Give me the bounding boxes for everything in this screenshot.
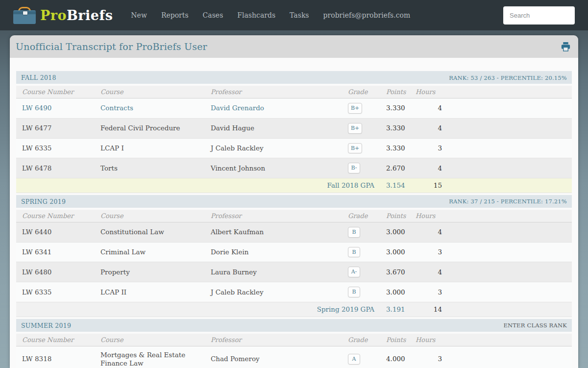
header-points: Points xyxy=(380,210,410,222)
grades-table: Course Number Course Professor Grade Poi… xyxy=(16,86,572,193)
course-row[interactable]: LW 6490 Contracts David Grenardo B+ 3.33… xyxy=(16,98,572,119)
gpa-hours: 15 xyxy=(410,178,448,193)
header-hours: Hours xyxy=(410,210,448,222)
course-link[interactable]: LCAP I xyxy=(95,138,205,158)
professor-link[interactable]: Chad Pomeroy xyxy=(205,346,342,368)
professor-link[interactable]: David Hague xyxy=(205,118,342,138)
professor-link[interactable]: Albert Kaufman xyxy=(205,222,342,242)
points-cell: 2.670 xyxy=(380,158,410,178)
grade-badge: B- xyxy=(348,163,360,173)
course-number-cell[interactable]: LW 6440 xyxy=(16,222,95,242)
term-label: FALL 2018 xyxy=(21,74,56,81)
course-row[interactable]: LW 6478 Torts Vincent Johnson B- 2.670 4 xyxy=(16,158,572,178)
course-row[interactable]: LW 6440 Constitutional Law Albert Kaufma… xyxy=(16,222,572,242)
points-cell: 3.330 xyxy=(380,98,410,119)
grade-badge: B xyxy=(348,287,360,297)
header-course: Course xyxy=(95,86,205,98)
grade-cell: B xyxy=(342,282,380,302)
hours-cell: 4 xyxy=(410,98,448,119)
grades-table: Course Number Course Professor Grade Poi… xyxy=(16,210,572,317)
grade-badge: B+ xyxy=(348,143,362,154)
grade-badge: B+ xyxy=(348,103,362,114)
course-number-cell[interactable]: LW 8318 xyxy=(16,346,95,368)
professor-link[interactable]: Dorie Klein xyxy=(205,242,342,262)
print-button[interactable] xyxy=(561,42,571,51)
course-number-cell[interactable]: LW 6480 xyxy=(16,262,95,282)
header-grade: Grade xyxy=(342,334,380,346)
gpa-label: Spring 2019 GPA xyxy=(16,302,380,317)
header-grade: Grade xyxy=(342,210,380,222)
nav-item-cases[interactable]: Cases xyxy=(203,11,223,19)
points-cell: 3.330 xyxy=(380,138,410,158)
header-hours: Hours xyxy=(410,334,448,346)
gpa-row: Spring 2019 GPA 3.191 14 xyxy=(16,302,572,317)
course-number-cell[interactable]: LW 6341 xyxy=(16,242,95,262)
professor-link[interactable]: Laura Burney xyxy=(205,262,342,282)
header-professor: Professor xyxy=(205,210,342,222)
briefcase-icon xyxy=(13,6,36,24)
course-row[interactable]: LW 6335 LCAP I J Caleb Rackley B+ 3.330 … xyxy=(16,138,572,158)
hours-cell: 4 xyxy=(410,262,448,282)
course-number-cell[interactable]: LW 6335 xyxy=(16,282,95,302)
gpa-label: Fall 2018 GPA xyxy=(16,178,380,193)
term-label: SPRING 2019 xyxy=(21,198,66,205)
table-header-row: Course Number Course Professor Grade Poi… xyxy=(16,86,572,98)
course-number-cell[interactable]: LW 6477 xyxy=(16,118,95,138)
course-row[interactable]: LW 6480 Property Laura Burney A- 3.670 4 xyxy=(16,262,572,282)
course-row[interactable]: LW 6341 Criminal Law Dorie Klein B 3.000… xyxy=(16,242,572,262)
course-link[interactable]: Property xyxy=(95,262,205,282)
hours-cell: 4 xyxy=(410,158,448,178)
term-label: SUMMER 2019 xyxy=(21,322,71,329)
points-cell: 3.670 xyxy=(380,262,410,282)
nav-item-new[interactable]: New xyxy=(131,11,147,19)
course-row[interactable]: LW 6477 Federal Civil Procedure David Ha… xyxy=(16,118,572,138)
table-header-row: Course Number Course Professor Grade Poi… xyxy=(16,334,572,346)
header-course-number: Course Number xyxy=(16,86,95,98)
navbar: ProBriefs NewReportsCasesFlashcardsTasks… xyxy=(0,0,588,30)
term-band: SUMMER 2019 ENTER CLASS RANK xyxy=(16,319,572,332)
course-link[interactable]: Contracts xyxy=(95,98,205,119)
grade-cell: B+ xyxy=(342,138,380,158)
course-row[interactable]: LW 8318 Mortgages & Real Estate Finance … xyxy=(16,346,572,368)
points-cell: 3.000 xyxy=(380,242,410,262)
course-link[interactable]: Torts xyxy=(95,158,205,178)
professor-link[interactable]: David Grenardo xyxy=(205,98,342,119)
course-link[interactable]: Constitutional Law xyxy=(95,222,205,242)
course-row[interactable]: LW 6335 LCAP II J Caleb Rackley B 3.000 … xyxy=(16,282,572,302)
points-cell: 3.330 xyxy=(380,118,410,138)
professor-link[interactable]: J Caleb Rackley xyxy=(205,138,342,158)
nav-item-tasks[interactable]: Tasks xyxy=(290,11,309,19)
hours-cell: 3 xyxy=(410,282,448,302)
grade-cell: B xyxy=(342,242,380,262)
grades-table: Course Number Course Professor Grade Poi… xyxy=(16,334,572,368)
grade-cell: B xyxy=(342,222,380,242)
term-band: FALL 2018 RANK: 53 / 263 - PERCENTILE: 2… xyxy=(16,71,572,84)
nav-item-reports[interactable]: Reports xyxy=(161,11,189,19)
course-link[interactable]: LCAP II xyxy=(95,282,205,302)
account-email-link[interactable]: probriefs@probriefs.com xyxy=(323,11,411,19)
header-grade: Grade xyxy=(342,86,380,98)
professor-link[interactable]: Vincent Johnson xyxy=(205,158,342,178)
header-course-number: Course Number xyxy=(16,210,95,222)
enter-class-rank-link[interactable]: ENTER CLASS RANK xyxy=(503,322,567,329)
professor-link[interactable]: J Caleb Rackley xyxy=(205,282,342,302)
app-logo[interactable]: ProBriefs xyxy=(13,6,113,24)
table-header-row: Course Number Course Professor Grade Poi… xyxy=(16,210,572,222)
course-link[interactable]: Criminal Law xyxy=(95,242,205,262)
course-number-cell[interactable]: LW 6490 xyxy=(16,98,95,119)
points-cell: 4.000 xyxy=(380,346,410,368)
course-number-cell[interactable]: LW 6478 xyxy=(16,158,95,178)
card-header: Unofficial Transcript for ProBriefs User xyxy=(10,35,578,58)
grade-cell: B+ xyxy=(342,118,380,138)
grade-badge: B+ xyxy=(348,123,362,134)
gpa-points: 3.191 xyxy=(380,302,410,317)
header-hours: Hours xyxy=(410,86,448,98)
gpa-points: 3.154 xyxy=(380,178,410,193)
course-link[interactable]: Federal Civil Procedure xyxy=(95,118,205,138)
transcript-card: Unofficial Transcript for ProBriefs User… xyxy=(10,35,578,368)
transcript-body: FALL 2018 RANK: 53 / 263 - PERCENTILE: 2… xyxy=(10,58,578,368)
course-number-cell[interactable]: LW 6335 xyxy=(16,138,95,158)
course-link[interactable]: Mortgages & Real Estate Finance Law xyxy=(95,346,205,368)
nav-item-flashcards[interactable]: Flashcards xyxy=(237,11,275,19)
search-input[interactable] xyxy=(503,6,575,25)
